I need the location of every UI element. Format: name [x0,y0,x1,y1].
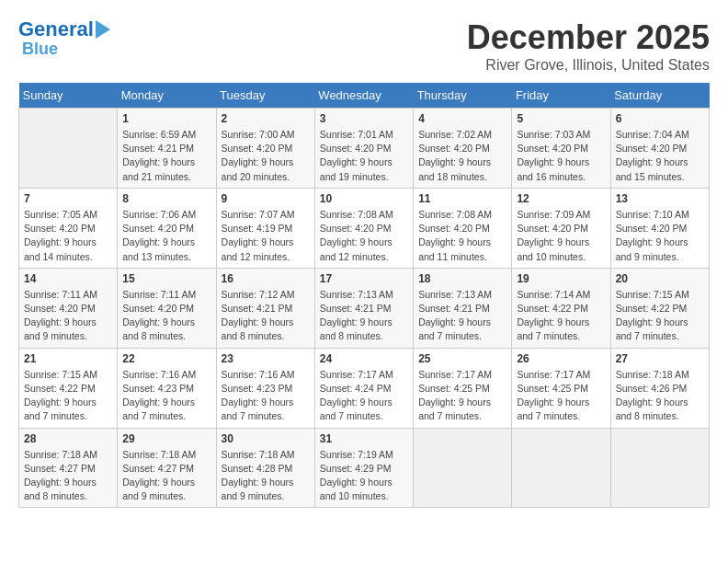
day-info: Sunrise: 7:14 AMSunset: 4:22 PMDaylight:… [517,289,590,342]
header-day-friday: Friday [512,83,610,109]
calendar-cell: 15Sunrise: 7:11 AMSunset: 4:20 PMDayligh… [118,268,216,348]
day-number: 4 [418,112,506,125]
calendar-cell: 17Sunrise: 7:13 AMSunset: 4:21 PMDayligh… [314,268,413,348]
day-info: Sunrise: 7:12 AMSunset: 4:21 PMDaylight:… [222,289,295,342]
day-info: Sunrise: 7:10 AMSunset: 4:20 PMDaylight:… [616,209,689,262]
calendar-cell: 14Sunrise: 7:11 AMSunset: 4:20 PMDayligh… [19,268,118,348]
calendar-cell: 13Sunrise: 7:10 AMSunset: 4:20 PMDayligh… [610,188,709,268]
calendar-cell: 10Sunrise: 7:08 AMSunset: 4:20 PMDayligh… [314,188,413,268]
calendar-cell [19,109,118,189]
day-info: Sunrise: 7:18 AMSunset: 4:28 PMDaylight:… [222,449,295,502]
logo-arrow-icon [96,20,110,39]
day-number: 5 [517,112,605,125]
day-number: 24 [320,352,408,365]
calendar-cell: 8Sunrise: 7:06 AMSunset: 4:20 PMDaylight… [118,188,216,268]
day-number: 12 [517,192,605,205]
day-number: 10 [320,192,408,205]
day-number: 6 [616,112,704,125]
page-header: General Blue December 2025 River Grove, … [18,18,710,74]
day-info: Sunrise: 7:18 AMSunset: 4:27 PMDaylight:… [122,449,196,502]
day-info: Sunrise: 7:03 AMSunset: 4:20 PMDaylight:… [517,129,590,182]
calendar-week-5: 28Sunrise: 7:18 AMSunset: 4:27 PMDayligh… [19,428,710,508]
day-number: 26 [517,352,605,365]
day-info: Sunrise: 7:00 AMSunset: 4:20 PMDaylight:… [222,129,295,182]
calendar-cell: 22Sunrise: 7:16 AMSunset: 4:23 PMDayligh… [118,348,216,428]
calendar-week-3: 14Sunrise: 7:11 AMSunset: 4:20 PMDayligh… [19,268,710,348]
calendar-table: SundayMondayTuesdayWednesdayThursdayFrid… [18,83,710,508]
day-info: Sunrise: 7:07 AMSunset: 4:19 PMDaylight:… [222,209,295,262]
day-info: Sunrise: 7:08 AMSunset: 4:20 PMDaylight:… [320,209,393,262]
day-info: Sunrise: 7:18 AMSunset: 4:27 PMDaylight:… [24,449,97,502]
calendar-cell: 11Sunrise: 7:08 AMSunset: 4:20 PMDayligh… [414,188,512,268]
calendar-cell: 24Sunrise: 7:17 AMSunset: 4:24 PMDayligh… [314,348,413,428]
day-info: Sunrise: 7:16 AMSunset: 4:23 PMDaylight:… [222,369,295,422]
day-number: 28 [24,432,112,445]
page-subtitle: River Grove, Illinois, United States [467,57,710,74]
calendar-cell [610,428,709,508]
calendar-cell: 27Sunrise: 7:18 AMSunset: 4:26 PMDayligh… [610,348,709,428]
header-day-monday: Monday [118,83,216,109]
calendar-cell: 4Sunrise: 7:02 AMSunset: 4:20 PMDaylight… [414,109,512,189]
day-info: Sunrise: 7:17 AMSunset: 4:24 PMDaylight:… [320,369,393,422]
day-number: 2 [222,112,310,125]
day-number: 27 [616,352,704,365]
calendar-cell: 7Sunrise: 7:05 AMSunset: 4:20 PMDaylight… [19,188,118,268]
day-number: 22 [122,352,210,365]
day-info: Sunrise: 7:04 AMSunset: 4:20 PMDaylight:… [616,129,689,182]
calendar-cell: 5Sunrise: 7:03 AMSunset: 4:20 PMDaylight… [512,109,610,189]
calendar-cell: 23Sunrise: 7:16 AMSunset: 4:23 PMDayligh… [216,348,314,428]
day-info: Sunrise: 7:06 AMSunset: 4:20 PMDaylight:… [122,209,196,262]
title-area: December 2025 River Grove, Illinois, Uni… [467,18,710,74]
calendar-cell: 18Sunrise: 7:13 AMSunset: 4:21 PMDayligh… [414,268,512,348]
calendar-cell: 19Sunrise: 7:14 AMSunset: 4:22 PMDayligh… [512,268,610,348]
day-info: Sunrise: 7:05 AMSunset: 4:20 PMDaylight:… [24,209,97,262]
day-info: Sunrise: 7:19 AMSunset: 4:29 PMDaylight:… [320,449,393,502]
day-number: 7 [24,192,112,205]
calendar-cell: 16Sunrise: 7:12 AMSunset: 4:21 PMDayligh… [216,268,314,348]
calendar-cell [512,428,610,508]
day-number: 23 [222,352,310,365]
day-number: 11 [418,192,506,205]
logo-text-blue: Blue [22,40,58,58]
calendar-cell: 21Sunrise: 7:15 AMSunset: 4:22 PMDayligh… [19,348,118,428]
calendar-cell: 12Sunrise: 7:09 AMSunset: 4:20 PMDayligh… [512,188,610,268]
calendar-week-1: 1Sunrise: 6:59 AMSunset: 4:21 PMDaylight… [19,109,710,189]
day-info: Sunrise: 7:16 AMSunset: 4:23 PMDaylight:… [122,369,196,422]
calendar-cell: 6Sunrise: 7:04 AMSunset: 4:20 PMDaylight… [610,109,709,189]
day-number: 21 [24,352,112,365]
day-info: Sunrise: 7:17 AMSunset: 4:25 PMDaylight:… [418,369,492,422]
day-number: 25 [418,352,506,365]
day-number: 1 [122,112,210,125]
calendar-cell: 9Sunrise: 7:07 AMSunset: 4:19 PMDaylight… [216,188,314,268]
day-info: Sunrise: 7:11 AMSunset: 4:20 PMDaylight:… [122,289,196,342]
day-number: 30 [222,432,310,445]
header-day-thursday: Thursday [414,83,512,109]
calendar-cell: 30Sunrise: 7:18 AMSunset: 4:28 PMDayligh… [216,428,314,508]
day-number: 16 [222,272,310,285]
day-info: Sunrise: 7:17 AMSunset: 4:25 PMDaylight:… [517,369,590,422]
header-day-tuesday: Tuesday [216,83,314,109]
day-number: 14 [24,272,112,285]
day-number: 8 [122,192,210,205]
day-number: 31 [320,432,408,445]
day-number: 19 [517,272,605,285]
day-info: Sunrise: 7:09 AMSunset: 4:20 PMDaylight:… [517,209,590,262]
day-number: 29 [122,432,210,445]
day-info: Sunrise: 7:13 AMSunset: 4:21 PMDaylight:… [418,289,492,342]
day-info: Sunrise: 6:59 AMSunset: 4:21 PMDaylight:… [122,129,196,182]
calendar-cell: 26Sunrise: 7:17 AMSunset: 4:25 PMDayligh… [512,348,610,428]
header-day-saturday: Saturday [610,83,709,109]
calendar-cell: 29Sunrise: 7:18 AMSunset: 4:27 PMDayligh… [118,428,216,508]
logo-text: General [18,18,94,40]
calendar-cell: 31Sunrise: 7:19 AMSunset: 4:29 PMDayligh… [314,428,413,508]
calendar-week-2: 7Sunrise: 7:05 AMSunset: 4:20 PMDaylight… [19,188,710,268]
day-number: 17 [320,272,408,285]
day-info: Sunrise: 7:08 AMSunset: 4:20 PMDaylight:… [418,209,492,262]
day-info: Sunrise: 7:11 AMSunset: 4:20 PMDaylight:… [24,289,97,342]
calendar-cell: 1Sunrise: 6:59 AMSunset: 4:21 PMDaylight… [118,109,216,189]
day-number: 15 [122,272,210,285]
logo: General Blue [18,18,110,59]
calendar-cell [414,428,512,508]
day-number: 20 [616,272,704,285]
calendar-cell: 28Sunrise: 7:18 AMSunset: 4:27 PMDayligh… [19,428,118,508]
